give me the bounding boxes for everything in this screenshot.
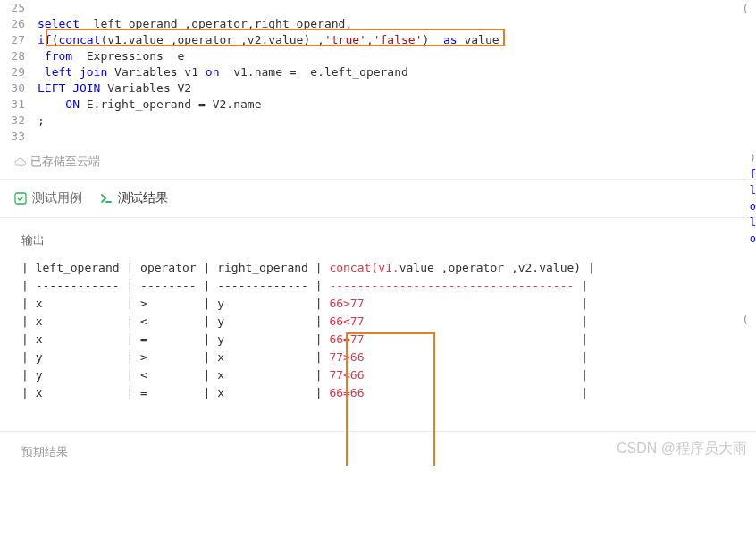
- code-editor[interactable]: ( ) f l o l o 2526select left_operand ,o…: [0, 0, 756, 145]
- results-panel: ( 输出 | left_operand | operator | right_o…: [0, 218, 756, 416]
- line-number: 28: [0, 48, 38, 64]
- tab-testcase[interactable]: 测试用例: [14, 190, 82, 206]
- line-number: 26: [0, 16, 38, 32]
- code-content: if(concat(v1.value ,operator ,v2.value) …: [38, 32, 756, 48]
- code-content: LEFT JOIN Variables V2: [38, 80, 756, 97]
- code-line[interactable]: 25: [0, 0, 756, 16]
- side-hint: o: [750, 200, 756, 216]
- code-line[interactable]: 30LEFT JOIN Variables V2: [0, 80, 756, 97]
- code-line[interactable]: 28 from Expressions e: [0, 48, 756, 64]
- code-content: ;: [38, 113, 756, 129]
- side-hint: o: [750, 232, 756, 248]
- code-line[interactable]: 29 left join Variables v1 on v1.name = e…: [0, 64, 756, 80]
- code-line[interactable]: 33: [0, 129, 756, 145]
- side-hints-bottom: ) f l o l o: [750, 152, 756, 248]
- code-line[interactable]: 31 ON E.right_operand = V2.name: [0, 97, 756, 113]
- side-hint: l: [750, 216, 756, 232]
- code-content: left join Variables v1 on v1.name = e.le…: [38, 64, 756, 80]
- line-number: 30: [0, 80, 38, 97]
- tab-testcase-label: 测试用例: [32, 190, 82, 206]
- cloud-status-text: 已存储至云端: [30, 154, 100, 170]
- expected-label: 预期结果: [0, 431, 756, 466]
- line-number: 33: [0, 129, 38, 145]
- side-hint-paren: (: [742, 2, 749, 15]
- tab-result[interactable]: 测试结果: [100, 190, 168, 206]
- cloud-status: 已存储至云端: [0, 145, 756, 179]
- line-number: 31: [0, 97, 38, 113]
- line-number: 29: [0, 64, 38, 80]
- side-hint: f: [750, 168, 756, 184]
- terminal-icon: [100, 192, 113, 205]
- side-hint: l: [750, 184, 756, 200]
- output-table: | left_operand | operator | right_operan…: [21, 259, 735, 402]
- tab-result-label: 测试结果: [118, 190, 168, 206]
- code-line[interactable]: 26select left_operand ,operator,right_op…: [0, 16, 756, 32]
- code-content: [38, 129, 756, 145]
- output-label: 输出: [21, 232, 735, 248]
- tabs-bar: 测试用例 测试结果: [0, 179, 756, 218]
- line-number: 27: [0, 32, 38, 48]
- side-hint-result: (: [742, 313, 749, 326]
- code-line[interactable]: 27if(concat(v1.value ,operator ,v2.value…: [0, 32, 756, 48]
- code-content: ON E.right_operand = V2.name: [38, 97, 756, 113]
- line-number: 32: [0, 113, 38, 129]
- code-content: from Expressions e: [38, 48, 756, 64]
- line-number: 25: [0, 0, 38, 16]
- code-content: [38, 0, 756, 16]
- code-line[interactable]: 32;: [0, 113, 756, 129]
- cloud-icon: [14, 157, 27, 166]
- side-hint: ): [750, 152, 756, 168]
- code-content: select left_operand ,operator,right_oper…: [38, 16, 756, 32]
- checklist-icon: [14, 192, 27, 205]
